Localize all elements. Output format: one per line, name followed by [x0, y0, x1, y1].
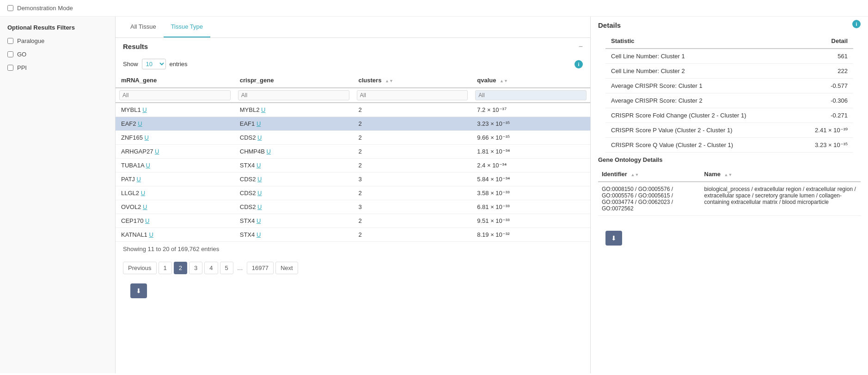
mrna-gene-link[interactable]: U [145, 217, 149, 224]
statistic-col-header: Statistic [605, 34, 796, 49]
demo-mode-checkbox[interactable] [7, 5, 13, 11]
details-download-area: ⬇ [598, 227, 861, 249]
details-stat-row: CRISPR Score Q Value (Cluster 2 - Cluste… [605, 138, 853, 153]
paralogue-checkbox[interactable] [7, 38, 13, 44]
filter-ppi: PPI [7, 64, 108, 71]
name-sort-icon: ▲▼ [724, 172, 733, 177]
mrna-gene-link[interactable]: U [142, 106, 147, 113]
content-area: All Tissue Tissue Type Results − Show 10… [116, 17, 868, 373]
table-row[interactable]: PATJ UCDS2 U35.84 × 10⁻³⁴ [116, 172, 590, 186]
table-row[interactable]: ZNF165 UCDS2 U29.66 × 10⁻³⁵ [116, 131, 590, 145]
table-row[interactable]: ARHGAP27 UCHMP4B U21.81 × 10⁻³⁴ [116, 145, 590, 159]
go-checkbox[interactable] [7, 51, 13, 57]
details-download-button[interactable]: ⬇ [605, 231, 622, 246]
go-section: Gene Ontology Details Identifier ▲▼ Name… [591, 153, 868, 220]
details-stats-header: Statistic Detail [605, 34, 853, 49]
crispr-gene-link[interactable]: U [257, 162, 261, 169]
filter-mrna-input[interactable] [119, 90, 231, 100]
stat-label: CRISPR Score Q Value (Cluster 2 - Cluste… [605, 138, 796, 153]
mrna-gene-link[interactable]: U [149, 231, 153, 238]
col-clusters[interactable]: clusters ▲▼ [353, 73, 472, 88]
results-header-row: mRNA_gene crispr_gene clusters ▲▼ qvalue… [116, 73, 590, 88]
cell-mrna-gene: ARHGAP27 U [116, 145, 234, 159]
table-row[interactable]: TUBA1A USTX4 U22.4 × 10⁻³⁴ [116, 159, 590, 172]
results-info-icon[interactable]: i [575, 60, 583, 68]
cell-qvalue: 5.84 × 10⁻³⁴ [471, 172, 590, 186]
table-row[interactable]: OVOL2 UCDS2 U36.81 × 10⁻³³ [116, 200, 590, 214]
table-row[interactable]: KATNAL1 USTX4 U28.19 × 10⁻³² [116, 228, 590, 242]
filter-paralogue: Paralogue [7, 37, 108, 44]
crispr-gene-link[interactable]: U [267, 148, 271, 155]
crispr-gene-link[interactable]: U [257, 134, 262, 141]
cell-clusters: 2 [353, 117, 472, 131]
cell-clusters: 2 [353, 159, 472, 172]
details-stat-row: CRISPR Score Fold Change (Cluster 2 - Cl… [605, 108, 853, 123]
pagination-page-2[interactable]: 2 [174, 262, 187, 274]
table-row[interactable]: CEP170 USTX4 U29.51 × 10⁻³³ [116, 214, 590, 228]
results-download-button[interactable]: ⬇ [130, 283, 147, 298]
mrna-gene-text: ARHGAP27 [121, 148, 153, 155]
mrna-gene-link[interactable]: U [143, 203, 147, 210]
crispr-gene-link[interactable]: U [257, 217, 261, 224]
results-minimize-btn[interactable]: − [579, 43, 583, 50]
mrna-gene-link[interactable]: U [145, 134, 149, 141]
stat-value: 561 [796, 49, 853, 64]
stat-value: 2.41 × 10⁻³⁹ [796, 123, 853, 138]
cell-qvalue: 2.4 × 10⁻³⁴ [471, 159, 590, 172]
col-qvalue[interactable]: qvalue ▲▼ [471, 73, 590, 88]
top-bar: Demonstration Mode [0, 0, 868, 17]
table-row[interactable]: EAF2 UEAF1 U23.23 × 10⁻³⁵ [116, 117, 590, 131]
results-download-area: ⬇ [116, 280, 590, 309]
stat-label: Cell Line Number: Cluster 2 [605, 64, 796, 79]
showing-text: Showing 11 to 20 of 169,762 entries [116, 242, 590, 256]
mrna-gene-link[interactable]: U [146, 162, 150, 169]
cell-qvalue: 9.66 × 10⁻³⁵ [471, 131, 590, 145]
table-row[interactable]: LLGL2 UCDS2 U23.58 × 10⁻³³ [116, 186, 590, 200]
cell-clusters: 2 [353, 103, 472, 117]
crispr-gene-link[interactable]: U [257, 190, 262, 197]
cell-crispr-gene: STX4 U [234, 214, 353, 228]
mrna-gene-link[interactable]: U [138, 120, 142, 127]
mrna-gene-link[interactable]: U [141, 190, 145, 197]
pagination-ellipsis: … [235, 262, 245, 274]
crispr-gene-link[interactable]: U [261, 106, 265, 113]
ppi-checkbox[interactable] [7, 65, 13, 71]
pagination-page-1[interactable]: 1 [159, 262, 172, 274]
mrna-gene-link[interactable]: U [155, 148, 159, 155]
cell-qvalue: 9.51 × 10⁻³³ [471, 214, 590, 228]
pagination-page-5[interactable]: 5 [220, 262, 233, 274]
pagination-next[interactable]: Next [275, 262, 298, 274]
crispr-gene-link[interactable]: U [257, 176, 262, 183]
sidebar-title: Optional Results Filters [7, 24, 108, 31]
stat-label: Cell Line Number: Cluster 1 [605, 49, 796, 64]
filter-clusters [353, 88, 472, 103]
stat-value: 3.23 × 10⁻³⁵ [796, 138, 853, 153]
go-identifier: GO:0008150 / GO:0005576 / GO:0005576 / G… [598, 182, 701, 216]
crispr-gene-text: CDS2 [240, 203, 256, 210]
pagination-previous[interactable]: Previous [123, 262, 157, 274]
filter-qvalue-input[interactable] [475, 90, 587, 100]
entries-select[interactable]: 10 25 50 100 [142, 59, 166, 69]
mrna-gene-text: OVOL2 [121, 203, 141, 210]
details-info-icon[interactable]: i [852, 20, 861, 28]
pagination-last-page[interactable]: 16977 [247, 262, 274, 274]
details-stats-table: Statistic Detail Cell Line Number: Clust… [605, 34, 853, 153]
pagination-page-4[interactable]: 4 [204, 262, 218, 274]
crispr-gene-text: MYBL2 [240, 106, 260, 113]
details-stat-row: Average CRISPR Score: Cluster 2-0.306 [605, 93, 853, 108]
cell-mrna-gene: EAF2 U [116, 117, 234, 131]
filter-clusters-input[interactable] [357, 90, 468, 100]
pagination-page-3[interactable]: 3 [189, 262, 202, 274]
filter-crispr-input[interactable] [238, 90, 349, 100]
crispr-gene-link[interactable]: U [257, 203, 262, 210]
cell-clusters: 2 [353, 186, 472, 200]
tab-tissue-type[interactable]: Tissue Type [164, 17, 210, 37]
crispr-gene-link[interactable]: U [257, 120, 261, 127]
mrna-gene-link[interactable]: U [136, 176, 141, 183]
tab-all-tissue[interactable]: All Tissue [123, 17, 164, 37]
crispr-gene-link[interactable]: U [257, 231, 261, 238]
clusters-sort-icon: ▲▼ [385, 79, 393, 83]
table-row[interactable]: MYBL1 UMYBL2 U27.2 × 10⁻³⁷ [116, 103, 590, 117]
stat-value: -0.306 [796, 93, 853, 108]
cell-mrna-gene: KATNAL1 U [116, 228, 234, 242]
